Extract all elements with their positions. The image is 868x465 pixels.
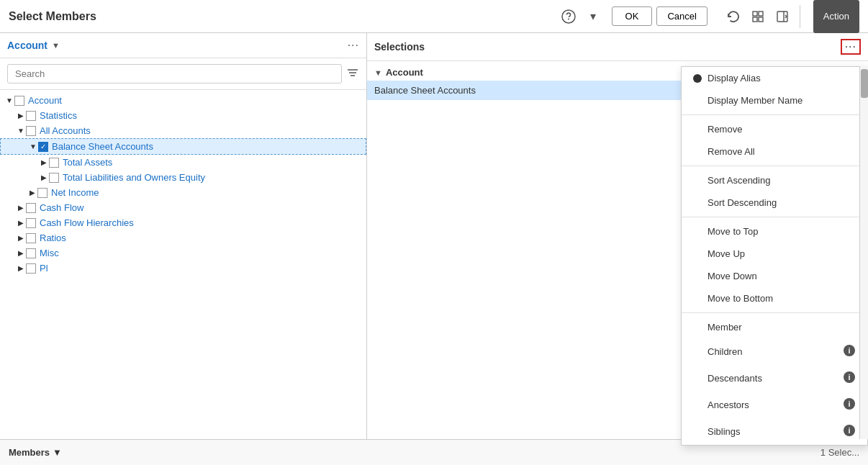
right-toolbar-icons <box>716 5 800 28</box>
help-icon-group: ▾ <box>557 5 605 28</box>
menu-item-move-to-top[interactable]: Move to Top <box>682 220 867 243</box>
ok-button[interactable]: OK <box>612 6 653 26</box>
scrollbar-thumb[interactable] <box>861 69 868 98</box>
expand-arrow-total-assets[interactable] <box>39 158 49 166</box>
help-icon[interactable] <box>557 5 580 28</box>
menu-item-display-alias[interactable]: Display Alias <box>682 67 867 89</box>
tree-label-misc: Misc <box>40 248 59 258</box>
expand-arrow-pl[interactable] <box>16 264 26 272</box>
checkbox-all-accounts[interactable] <box>26 126 36 136</box>
menu-item-move-down[interactable]: Move Down <box>682 265 867 287</box>
expand-arrow-statistics[interactable] <box>16 112 26 119</box>
checkbox-cash-flow-hier[interactable] <box>26 218 36 228</box>
expand-arrow-ratios[interactable] <box>16 234 26 242</box>
menu-separator-after-sort-descending <box>682 217 867 217</box>
tree-item-statistics[interactable]: Statistics <box>0 108 366 123</box>
menu-label-display-member-name: Display Member Name <box>707 95 803 106</box>
svg-text:i: i <box>848 373 850 382</box>
left-panel-dropdown-arrow[interactable]: ▼ <box>52 41 60 50</box>
grid-icon[interactable] <box>746 5 769 28</box>
svg-text:i: i <box>848 399 850 408</box>
tree-label-net-income: Net Income <box>51 187 99 198</box>
menu-item-display-member-name[interactable]: Display Member Name <box>682 89 867 112</box>
tree-label-ratios: Ratios <box>40 232 66 243</box>
tree-label-cash-flow: Cash Flow <box>40 202 83 213</box>
action-button[interactable]: Action <box>813 0 859 33</box>
menu-separator-after-display-member-name <box>682 114 867 115</box>
menu-bullet-display-alias <box>693 74 702 83</box>
info-icon-ancestors[interactable]: i <box>843 397 856 412</box>
svg-rect-3 <box>759 12 763 16</box>
expand-arrow-total-liabilities[interactable] <box>39 173 49 181</box>
menu-item-ancestors[interactable]: Ancestors i <box>682 392 867 418</box>
menu-label-sort-descending: Sort Descending <box>707 197 777 208</box>
checkbox-total-liabilities[interactable] <box>49 173 59 183</box>
menu-item-sort-ascending[interactable]: Sort Ascending <box>682 169 867 191</box>
tree-label-statistics: Statistics <box>40 110 77 121</box>
menu-item-remove-all[interactable]: Remove All <box>682 140 867 163</box>
checkbox-balance-sheet[interactable]: ✓ <box>38 142 48 152</box>
checkbox-statistics[interactable] <box>26 111 36 121</box>
checkbox-account[interactable] <box>14 96 24 106</box>
tree-item-total-assets[interactable]: Total Assets <box>0 155 366 170</box>
sidebar-icon[interactable] <box>771 5 794 28</box>
info-icon-siblings[interactable]: i <box>843 424 856 439</box>
menu-label-member: Member <box>707 322 742 333</box>
cancel-button[interactable]: Cancel <box>656 6 707 26</box>
refresh-icon[interactable] <box>722 5 745 28</box>
checkbox-misc[interactable] <box>26 248 36 258</box>
left-panel-header: Account ▼ ··· <box>0 33 366 58</box>
dropdown-arrow-btn[interactable]: ▾ <box>582 5 605 28</box>
tree-item-net-income[interactable]: Net Income <box>0 185 366 200</box>
expand-arrow-cash-flow-hier[interactable] <box>16 219 26 227</box>
members-label: Members <box>9 447 50 458</box>
tree-item-misc[interactable]: Misc <box>0 245 366 261</box>
menu-item-descendants[interactable]: Descendants i <box>682 365 867 392</box>
menu-label-move-to-top: Move to Top <box>707 226 759 237</box>
tree-label-pl: Pl <box>40 263 48 274</box>
menu-item-siblings[interactable]: Siblings i <box>682 418 867 445</box>
checkbox-net-income[interactable] <box>37 188 48 198</box>
menu-label-move-up: Move Up <box>707 248 745 259</box>
tree-item-pl[interactable]: Pl <box>0 261 366 276</box>
expand-arrow-cash-flow[interactable] <box>16 204 26 212</box>
menu-item-move-up[interactable]: Move Up <box>682 243 867 265</box>
expand-arrow-balance-sheet[interactable] <box>28 143 38 150</box>
tree-item-balance-sheet[interactable]: ✓Balance Sheet Accounts <box>0 138 366 155</box>
tree-item-total-liabilities[interactable]: Total Liabilities and Owners Equity <box>0 170 366 185</box>
members-dropdown-arrow[interactable]: ▼ <box>53 447 62 458</box>
svg-point-1 <box>568 18 569 19</box>
menu-label-move-down: Move Down <box>707 271 757 281</box>
tree-item-account[interactable]: Account <box>0 93 366 108</box>
menu-item-sort-descending[interactable]: Sort Descending <box>682 191 867 214</box>
menu-item-remove[interactable]: Remove <box>682 118 867 140</box>
members-button[interactable]: Members ▼ <box>9 447 62 458</box>
menu-item-member[interactable]: Member <box>682 316 867 338</box>
expand-arrow-all-accounts[interactable] <box>16 127 26 135</box>
filter-icon[interactable] <box>346 66 359 82</box>
expand-arrow-net-income[interactable] <box>27 189 37 197</box>
menu-label-remove-all: Remove All <box>707 146 755 157</box>
checkbox-cash-flow[interactable] <box>26 203 36 213</box>
checkbox-ratios[interactable] <box>26 233 36 243</box>
left-panel-more-button[interactable]: ··· <box>348 39 359 52</box>
tree-item-all-accounts[interactable]: All Accounts <box>0 123 366 138</box>
menu-label-move-to-bottom: Move to Bottom <box>707 293 773 304</box>
expand-arrow-misc[interactable] <box>16 249 26 257</box>
menu-item-children[interactable]: Children i <box>682 338 867 365</box>
tree-item-cash-flow[interactable]: Cash Flow <box>0 200 366 215</box>
menu-item-move-to-bottom[interactable]: Move to Bottom <box>682 287 867 310</box>
tree-item-ratios[interactable]: Ratios <box>0 230 366 245</box>
expand-arrow-account[interactable] <box>4 96 14 104</box>
tree-label-total-liabilities: Total Liabilities and Owners Equity <box>63 172 205 183</box>
main-area: Account ▼ ··· AccountStatisticsAll Accou… <box>0 33 868 439</box>
info-icon-descendants[interactable]: i <box>843 371 856 386</box>
search-input[interactable] <box>7 64 342 83</box>
left-panel-title: Account <box>7 40 48 51</box>
checkbox-pl[interactable] <box>26 263 36 274</box>
checkbox-total-assets[interactable] <box>49 158 59 168</box>
info-icon-children[interactable]: i <box>843 344 856 359</box>
tree-item-cash-flow-hier[interactable]: Cash Flow Hierarchies <box>0 215 366 230</box>
right-panel-more-button[interactable]: ··· <box>841 39 861 55</box>
menu-label-ancestors: Ancestors <box>707 399 749 410</box>
